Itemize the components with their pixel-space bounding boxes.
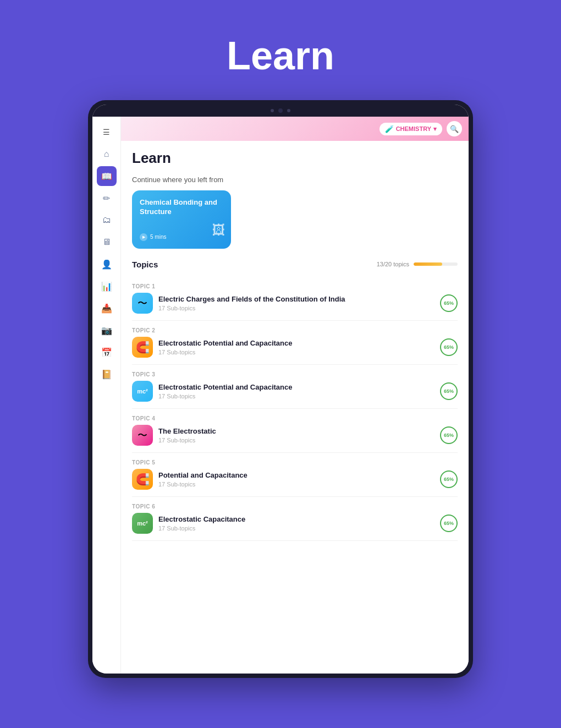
topic-content-5: 🧲 Potential and Capacitance 17 Sub-topic… — [132, 469, 458, 490]
chemistry-label: CHEMISTRY — [396, 125, 431, 132]
scroll-content[interactable]: Learn Continue where you left from Chemi… — [121, 141, 469, 674]
topic-info-6: Electrostatic Capacitance 17 Sub-topics — [158, 515, 435, 532]
topic-subtopics-4: 17 Sub-topics — [158, 437, 435, 444]
topic-subtopics-2: 17 Sub-topics — [158, 349, 435, 355]
progress-bar-fill — [414, 262, 442, 266]
sidebar-item-home[interactable]: ⌂ — [97, 144, 117, 164]
course-duration: 5 mins — [150, 234, 166, 240]
sidebar-item-menu[interactable]: ☰ — [97, 122, 117, 142]
topic-subtopics-5: 17 Sub-topics — [158, 481, 435, 488]
sidebar-item-camera[interactable]: 📷 — [97, 320, 117, 340]
topic-label-6: TOPIC 6 — [132, 503, 458, 510]
topic-name-2: Electrostatic Potential and Capacitance — [158, 339, 435, 347]
sidebar-item-learn[interactable]: 📖 — [97, 166, 117, 186]
topic-label-3: TOPIC 3 — [132, 371, 458, 377]
sidebar-item-cards[interactable]: 🗂 — [97, 210, 117, 230]
progress-bar-container — [414, 262, 458, 266]
header: 🧪 CHEMISTRY ▾ 🔍 — [121, 117, 469, 141]
sidebar-item-edit[interactable]: ✏ — [97, 188, 117, 208]
topic-icon-5: 🧲 — [132, 469, 153, 490]
sidebar-item-download[interactable]: 📥 — [97, 298, 117, 318]
sidebar-item-calendar[interactable]: 📅 — [97, 342, 117, 362]
topics-progress-info: 13/20 topics — [377, 261, 458, 267]
sidebar-item-book[interactable]: 📔 — [97, 364, 117, 384]
course-card-footer: ▶ 5 mins — [140, 233, 223, 241]
topic-info-3: Electrostatic Potential and Capacitance … — [158, 383, 435, 399]
topic-item-6[interactable]: TOPIC 6 mc² Electrostatic Capacitance 17… — [132, 497, 458, 541]
search-icon: 🔍 — [450, 125, 459, 133]
topic-label-4: TOPIC 4 — [132, 415, 458, 422]
topics-label: Topics — [132, 260, 158, 269]
camera-dot — [271, 109, 274, 112]
topic-info-5: Potential and Capacitance 17 Sub-topics — [158, 471, 435, 488]
topic-icon-6: mc² — [132, 513, 153, 534]
topic-item-4[interactable]: TOPIC 4 〜 The Electrostatic 17 Sub-topic… — [132, 409, 458, 453]
topic-subtopics-1: 17 Sub-topics — [158, 305, 435, 311]
topic-label-2: TOPIC 2 — [132, 327, 458, 333]
topic-name-6: Electrostatic Capacitance — [158, 515, 435, 523]
topic-progress-5: 65% — [440, 470, 458, 488]
continue-label: Continue where you left from — [132, 176, 458, 184]
course-card[interactable]: Chemical Bonding and Structure 🖼 ▶ 5 min… — [132, 190, 231, 249]
topic-content-2: 🧲 Electrostatic Potential and Capacitanc… — [132, 337, 458, 358]
chemistry-badge[interactable]: 🧪 CHEMISTRY ▾ — [380, 123, 442, 135]
topic-item-1[interactable]: TOPIC 1 〜 Electric Charges and Fields of… — [132, 277, 458, 321]
search-button[interactable]: 🔍 — [447, 121, 462, 136]
topic-progress-3: 65% — [440, 382, 458, 400]
topic-name-5: Potential and Capacitance — [158, 471, 435, 479]
camera-dot — [287, 109, 290, 112]
topic-content-4: 〜 The Electrostatic 17 Sub-topics 65% — [132, 425, 458, 446]
topic-icon-2: 🧲 — [132, 337, 153, 358]
sidebar-item-chart[interactable]: 📊 — [97, 276, 117, 296]
topic-item-2[interactable]: TOPIC 2 🧲 Electrostatic Potential and Ca… — [132, 321, 458, 365]
topic-icon-3: mc² — [132, 381, 153, 402]
topic-progress-6: 65% — [440, 514, 458, 532]
app-layout: ☰ ⌂ 📖 ✏ 🗂 🖥 👤 📊 📥 📷 📅 📔 🧪 — [92, 117, 469, 674]
tablet-inner: ☰ ⌂ 📖 ✏ 🗂 🖥 👤 📊 📥 📷 📅 📔 🧪 — [92, 105, 469, 674]
topic-item-3[interactable]: TOPIC 3 mc² Electrostatic Potential and … — [132, 365, 458, 409]
page-title: Learn — [227, 33, 334, 78]
topic-content-3: mc² Electrostatic Potential and Capacita… — [132, 381, 458, 402]
tablet-frame: ☰ ⌂ 📖 ✏ 🗂 🖥 👤 📊 📥 📷 📅 📔 🧪 — [88, 100, 473, 678]
course-card-title: Chemical Bonding and Structure — [140, 198, 223, 217]
sidebar-item-person[interactable]: 👤 — [97, 254, 117, 274]
topic-content-6: mc² Electrostatic Capacitance 17 Sub-top… — [132, 513, 458, 534]
content-area: 🧪 CHEMISTRY ▾ 🔍 Learn Continue where you… — [121, 117, 469, 674]
topic-name-1: Electric Charges and Fields of the Const… — [158, 295, 435, 303]
topic-subtopics-3: 17 Sub-topics — [158, 393, 435, 399]
topics-header: Topics 13/20 topics — [132, 260, 458, 269]
topic-icon-1: 〜 — [132, 293, 153, 314]
topic-label-1: TOPIC 1 — [132, 283, 458, 289]
topic-subtopics-6: 17 Sub-topics — [158, 525, 435, 532]
topic-item-5[interactable]: TOPIC 5 🧲 Potential and Capacitance 17 S… — [132, 453, 458, 497]
topic-name-3: Electrostatic Potential and Capacitance — [158, 383, 435, 391]
play-button[interactable]: ▶ — [140, 233, 147, 241]
course-card-image: 🖼 — [212, 222, 226, 238]
camera-bar — [92, 105, 469, 117]
camera-dot-main — [278, 108, 283, 113]
chevron-down-icon: ▾ — [433, 125, 437, 133]
sidebar: ☰ ⌂ 📖 ✏ 🗂 🖥 👤 📊 📥 📷 📅 📔 — [92, 117, 121, 674]
flask-icon: 🧪 — [385, 125, 394, 133]
topic-icon-4: 〜 — [132, 425, 153, 446]
topics-count: 13/20 topics — [377, 261, 409, 267]
topic-label-5: TOPIC 5 — [132, 459, 458, 466]
topic-name-4: The Electrostatic — [158, 427, 435, 435]
learn-title: Learn — [132, 150, 458, 167]
topic-info-1: Electric Charges and Fields of the Const… — [158, 295, 435, 311]
topic-progress-1: 65% — [440, 294, 458, 312]
topic-progress-2: 65% — [440, 338, 458, 356]
topic-content-1: 〜 Electric Charges and Fields of the Con… — [132, 293, 458, 314]
topic-info-2: Electrostatic Potential and Capacitance … — [158, 339, 435, 355]
sidebar-item-monitor[interactable]: 🖥 — [97, 232, 117, 252]
topic-info-4: The Electrostatic 17 Sub-topics — [158, 427, 435, 444]
topic-progress-4: 65% — [440, 426, 458, 444]
